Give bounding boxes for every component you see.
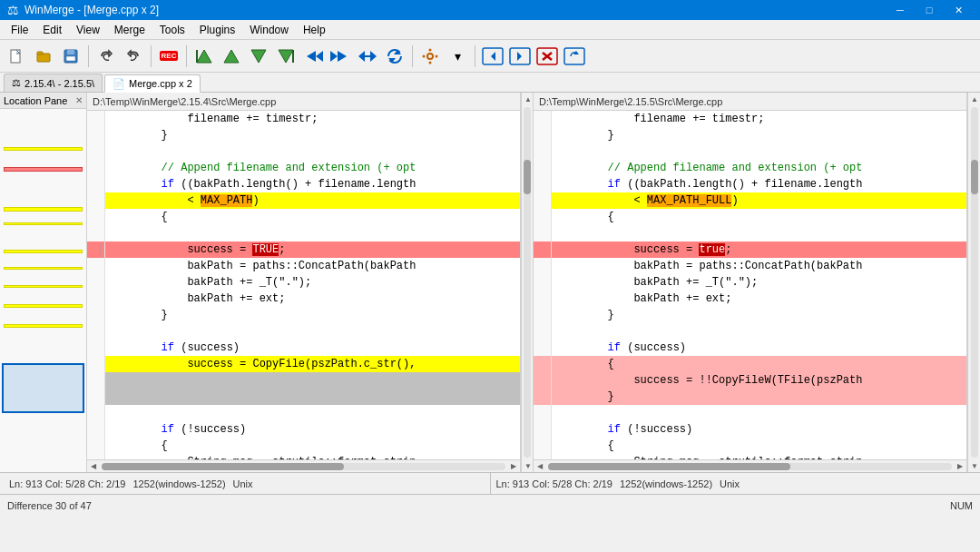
svg-marker-27 [491, 52, 495, 61]
menu-tools[interactable]: Tools [152, 20, 192, 40]
table-row: bakPath += _T("."); [87, 274, 520, 291]
first-diff-button[interactable] [191, 44, 217, 69]
location-pane-label: Location Pane [4, 95, 67, 106]
svg-marker-16 [358, 51, 365, 62]
loc-viewport-indicator[interactable] [2, 363, 84, 413]
right-code-lines: filename += timestr; } // Append filenam… [534, 111, 966, 459]
right-hscrollbar[interactable]: ◀ ▶ [534, 459, 966, 472]
location-pane: Location Pane ✕ [0, 93, 87, 472]
svg-marker-14 [338, 51, 347, 62]
right-scroll-left-arrow[interactable]: ◀ [534, 460, 546, 473]
table-row: { [534, 209, 966, 225]
table-row: { [87, 209, 520, 225]
menu-merge[interactable]: Merge [107, 20, 152, 40]
loc-diff-2 [4, 167, 83, 172]
redo-button[interactable] [121, 44, 146, 69]
location-pane-close-button[interactable]: ✕ [75, 95, 83, 105]
refresh-button[interactable] [382, 44, 407, 69]
save-button[interactable] [58, 44, 83, 69]
maximize-button[interactable]: □ [915, 0, 944, 20]
table-row: bakPath += ext; [534, 291, 966, 307]
right-hscroll-track[interactable] [548, 463, 952, 470]
left-scroll-left-arrow[interactable]: ◀ [87, 460, 100, 473]
right-vert-scroll-up[interactable]: ▲ [968, 93, 980, 105]
menu-help[interactable]: Help [296, 20, 333, 40]
menu-edit[interactable]: Edit [35, 20, 69, 40]
svg-marker-10 [279, 50, 293, 63]
last-diff-button[interactable] [273, 44, 299, 69]
nav-stop-button[interactable] [534, 44, 560, 69]
table-row: success = !!CopyFileW(TFile(pszPath [534, 372, 966, 389]
right-diff-content[interactable]: filename += timestr; } // Append filenam… [534, 111, 966, 459]
right-vert-scroll-thumb[interactable] [971, 160, 978, 195]
tab-compare[interactable]: ⚖ 2.15.4\ - 2.15.5\ [4, 74, 103, 92]
vert-scroll-up-arrow[interactable]: ▲ [522, 93, 534, 105]
left-hscroll-track[interactable] [102, 463, 505, 470]
right-pane-header: D:\Temp\WinMerge\2.15.5\Src\Merge.cpp [534, 93, 966, 111]
undo-button[interactable] [93, 44, 119, 69]
left-hscrollbar[interactable]: ◀ ▶ [87, 459, 520, 472]
vert-scroll-thumb[interactable] [524, 160, 531, 195]
loc-diff-1 [4, 147, 83, 151]
menu-file[interactable]: File [4, 20, 35, 40]
right-hscroll-thumb[interactable] [548, 463, 790, 470]
record-button[interactable]: REC [156, 44, 181, 69]
right-scroll-right-arrow[interactable]: ▶ [954, 460, 966, 473]
table-row: } [534, 127, 966, 143]
left-hscroll-thumb[interactable] [102, 463, 344, 470]
table-row: filename += timestr; [534, 111, 966, 127]
options-button[interactable] [417, 44, 443, 69]
right-status-pane: Ln: 913 Col: 5/28 Ch: 2/19 1252(windows-… [491, 473, 977, 494]
table-row: { [534, 438, 966, 454]
vert-scroll-track[interactable] [524, 107, 531, 458]
toolbar: REC ▾ [0, 40, 980, 73]
nav-back-button[interactable] [480, 44, 505, 69]
right-vert-scroll-track[interactable] [971, 107, 978, 458]
left-diff-content[interactable]: filename += timestr; } [87, 111, 520, 459]
copy-right-button[interactable] [300, 44, 326, 69]
copy-left-button[interactable] [328, 44, 353, 69]
next-diff-button[interactable] [246, 44, 271, 69]
table-row: } [534, 389, 966, 405]
svg-rect-4 [67, 50, 74, 54]
minimize-button[interactable]: ─ [886, 0, 915, 20]
menu-plugins[interactable]: Plugins [192, 20, 242, 40]
vert-scroll-down-arrow[interactable]: ▼ [522, 459, 534, 472]
left-code-lines: filename += timestr; } [87, 111, 520, 459]
table-row [87, 405, 520, 421]
toolbar-sep-3 [186, 45, 187, 67]
table-row [87, 225, 520, 242]
compare-icon: ⚖ [12, 77, 21, 89]
table-row: // Append filename and extension (+ opt [87, 160, 520, 176]
dropdown-button[interactable]: ▾ [445, 44, 470, 69]
open-button[interactable] [31, 44, 56, 69]
table-row [87, 372, 520, 389]
menu-view[interactable]: View [69, 20, 107, 40]
menu-window[interactable]: Window [242, 20, 296, 40]
table-row: { [87, 438, 520, 454]
toolbar-sep-4 [412, 45, 413, 67]
prev-diff-button[interactable] [219, 44, 244, 69]
left-scroll-right-arrow[interactable]: ▶ [507, 460, 520, 473]
table-row: if ((bakPath.length() + filename.length [534, 176, 966, 192]
close-button[interactable]: ✕ [944, 0, 973, 20]
copy-both-button[interactable] [355, 44, 380, 69]
rec-icon: REC [160, 51, 179, 61]
table-row: │ success = TRUE; [87, 242, 520, 258]
table-row: if ((bakPath.length() + filename.length [87, 176, 520, 192]
nav-reload-button[interactable] [562, 44, 587, 69]
table-row: < MAX_PATH_FULL) [534, 192, 966, 209]
right-vert-scroll-down[interactable]: ▼ [968, 459, 980, 472]
window-controls: ─ □ ✕ [886, 0, 973, 20]
table-row: if (success) [87, 340, 520, 356]
nav-forward-button[interactable] [507, 44, 533, 69]
tab-merge-label: Merge.cpp x 2 [129, 78, 192, 89]
svg-rect-5 [66, 56, 75, 61]
new-button[interactable] [4, 44, 29, 69]
loc-diff-9 [4, 324, 83, 328]
table-row: < MAX_PATH) [87, 192, 520, 209]
table-row [534, 143, 966, 160]
table-row: { [534, 356, 966, 372]
svg-marker-6 [197, 50, 211, 63]
tab-merge[interactable]: 📄 Merge.cpp x 2 [104, 74, 201, 93]
